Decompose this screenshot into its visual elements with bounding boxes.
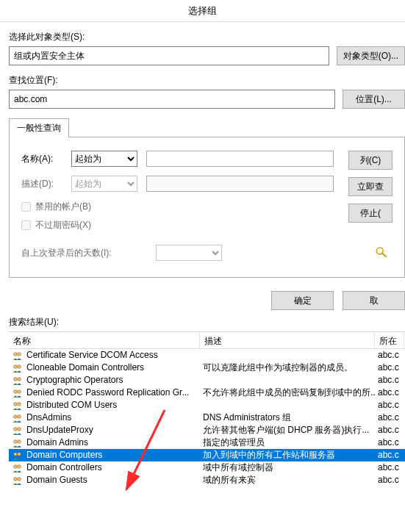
- svg-point-9: [18, 389, 21, 393]
- results-list[interactable]: Certificate Service DCOM Accessabc.cClon…: [9, 349, 405, 511]
- group-icon: [12, 387, 24, 399]
- result-description: 域的所有来宾: [200, 474, 375, 486]
- result-name: Denied RODC Password Replication Gr...: [26, 387, 189, 399]
- result-location: abc.c: [375, 399, 404, 411]
- result-location: abc.c: [375, 362, 404, 374]
- group-icon: [12, 412, 24, 424]
- result-description: 指定的域管理员: [200, 436, 375, 449]
- result-description: 域中所有域控制器: [200, 461, 375, 474]
- result-location: abc.c: [375, 424, 404, 436]
- result-description: 不允许将此组中成员的密码复制到域中的所...: [200, 387, 375, 399]
- column-description[interactable]: 描述: [200, 332, 375, 348]
- ok-button[interactable]: 确定: [271, 291, 334, 310]
- result-row[interactable]: DnsAdminsDNS Administrators 组abc.c: [9, 411, 405, 424]
- tab-general-query[interactable]: 一般性查询: [9, 118, 69, 137]
- result-name: Domain Computers: [26, 449, 102, 461]
- svg-point-21: [18, 464, 21, 468]
- disabled-accounts-checkbox: 禁用的帐户(B): [21, 201, 334, 213]
- result-name: Cloneable Domain Controllers: [26, 362, 144, 374]
- svg-point-8: [14, 389, 18, 393]
- result-location: abc.c: [375, 387, 404, 399]
- svg-point-17: [18, 439, 21, 443]
- result-row[interactable]: DnsUpdateProxy允许替其他客户端(如 DHCP 服务器)执行...a…: [9, 424, 405, 436]
- object-types-button[interactable]: 对象类型(O)...: [337, 46, 405, 65]
- name-label: 名称(A):: [21, 153, 62, 165]
- svg-point-13: [18, 414, 21, 418]
- svg-point-15: [18, 427, 21, 431]
- svg-point-7: [18, 377, 21, 381]
- result-location: abc.c: [375, 449, 404, 461]
- group-icon: [12, 462, 24, 474]
- svg-line-1: [382, 254, 386, 257]
- cancel-button[interactable]: 取: [343, 291, 405, 310]
- result-row[interactable]: Domain Controllers域中所有域控制器abc.c: [9, 461, 405, 474]
- result-name: Distributed COM Users: [26, 399, 117, 411]
- result-description: 加入到域中的所有工作站和服务器: [200, 449, 375, 461]
- svg-point-4: [14, 364, 18, 368]
- group-icon: [12, 475, 24, 486]
- result-name: DnsAdmins: [26, 411, 71, 424]
- search-results-label: 搜索结果(U):: [9, 316, 405, 328]
- result-location: abc.c: [375, 436, 404, 449]
- locations-button[interactable]: 位置(L)...: [343, 90, 405, 109]
- svg-point-20: [14, 464, 18, 468]
- title-bar: 选择组: [0, 0, 405, 22]
- result-name: Domain Guests: [26, 474, 87, 486]
- svg-point-23: [18, 477, 21, 481]
- group-icon: [12, 362, 24, 374]
- no-expire-password-checkbox: 不过期密码(X): [21, 219, 334, 231]
- advanced-search-icon-button[interactable]: [370, 243, 393, 261]
- column-name[interactable]: 名称: [9, 332, 200, 348]
- result-name: Domain Controllers: [26, 461, 102, 474]
- result-name: Domain Admins: [26, 436, 88, 449]
- object-type-label: 选择此对象类型(S):: [9, 31, 405, 43]
- group-icon: [12, 375, 24, 387]
- svg-point-11: [18, 402, 21, 406]
- result-row[interactable]: Cloneable Domain Controllers可以克隆此组中作为域控制…: [9, 362, 405, 374]
- result-name: DnsUpdateProxy: [26, 424, 93, 436]
- group-icon: [12, 400, 24, 411]
- svg-point-19: [18, 452, 21, 456]
- description-input: [146, 176, 334, 192]
- result-row[interactable]: Cryptographic Operatorsabc.c: [9, 374, 405, 387]
- svg-point-10: [14, 402, 18, 406]
- svg-point-18: [14, 452, 18, 456]
- result-location: abc.c: [375, 474, 404, 486]
- location-label: 查找位置(F):: [9, 74, 405, 87]
- magnifier-icon: [375, 245, 388, 259]
- find-now-button[interactable]: 立即查: [348, 177, 393, 196]
- result-name: Certificate Service DCOM Access: [26, 349, 158, 362]
- svg-point-12: [14, 414, 18, 418]
- result-location: abc.c: [375, 411, 404, 424]
- columns-button[interactable]: 列(C): [348, 151, 393, 170]
- group-icon: [12, 437, 24, 449]
- svg-point-6: [14, 377, 18, 381]
- results-header: 名称 描述 所在: [9, 331, 405, 349]
- object-type-field: 组或内置安全主体: [9, 46, 329, 65]
- name-input[interactable]: [146, 151, 334, 167]
- location-field: abc.com: [9, 90, 335, 109]
- group-icon: [12, 350, 24, 362]
- result-location: abc.c: [375, 374, 404, 387]
- result-row[interactable]: Domain Admins指定的域管理员abc.c: [9, 436, 405, 449]
- column-location[interactable]: 所在: [375, 332, 404, 348]
- svg-point-3: [18, 352, 21, 356]
- result-row[interactable]: Domain Guests域的所有来宾abc.c: [9, 474, 405, 486]
- stop-button[interactable]: 停止(: [348, 204, 393, 223]
- result-row[interactable]: Denied RODC Password Replication Gr...不允…: [9, 387, 405, 399]
- svg-point-5: [18, 364, 21, 368]
- result-location: abc.c: [375, 461, 404, 474]
- result-description: DNS Administrators 组: [200, 411, 375, 424]
- name-operator-combo[interactable]: 起始为: [71, 151, 137, 167]
- result-row[interactable]: Distributed COM Usersabc.c: [9, 399, 405, 411]
- group-icon: [12, 425, 24, 436]
- group-icon: [12, 450, 24, 461]
- result-row[interactable]: Certificate Service DCOM Accessabc.c: [9, 349, 405, 362]
- days-since-login-combo: [156, 245, 222, 261]
- svg-point-2: [14, 352, 18, 356]
- description-label: 描述(D):: [21, 178, 62, 190]
- description-operator-combo: 起始为: [71, 176, 137, 192]
- dialog-title: 选择组: [188, 5, 217, 16]
- svg-point-14: [14, 427, 18, 431]
- result-row[interactable]: Domain Computers加入到域中的所有工作站和服务器abc.c: [9, 449, 405, 461]
